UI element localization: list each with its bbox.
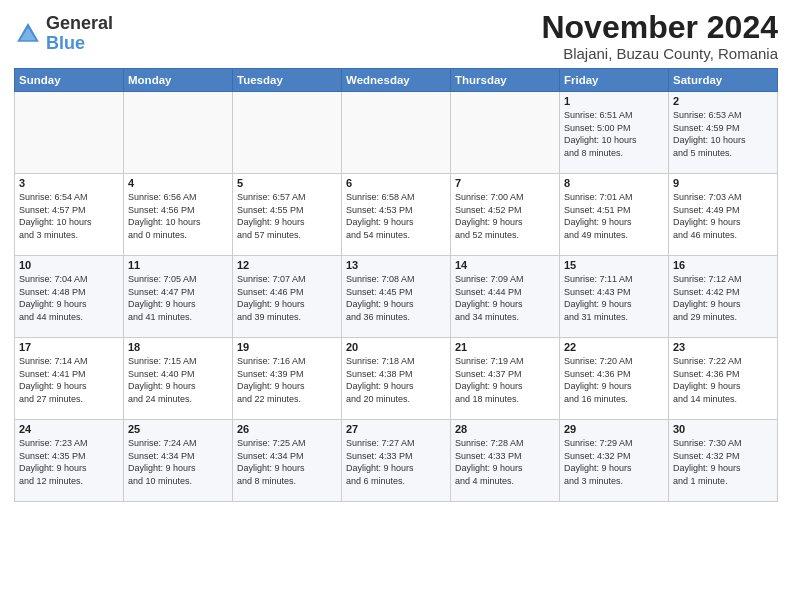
day-number: 28 xyxy=(455,423,555,435)
table-row: 10Sunrise: 7:04 AMSunset: 4:48 PMDayligh… xyxy=(15,256,124,338)
day-info: Sunrise: 6:51 AMSunset: 5:00 PMDaylight:… xyxy=(564,109,664,159)
day-info: Sunrise: 7:19 AMSunset: 4:37 PMDaylight:… xyxy=(455,355,555,405)
table-row: 6Sunrise: 6:58 AMSunset: 4:53 PMDaylight… xyxy=(342,174,451,256)
day-number: 2 xyxy=(673,95,773,107)
day-info: Sunrise: 7:22 AMSunset: 4:36 PMDaylight:… xyxy=(673,355,773,405)
day-number: 14 xyxy=(455,259,555,271)
day-number: 29 xyxy=(564,423,664,435)
table-row: 23Sunrise: 7:22 AMSunset: 4:36 PMDayligh… xyxy=(669,338,778,420)
day-number: 26 xyxy=(237,423,337,435)
table-row: 25Sunrise: 7:24 AMSunset: 4:34 PMDayligh… xyxy=(124,420,233,502)
day-info: Sunrise: 7:23 AMSunset: 4:35 PMDaylight:… xyxy=(19,437,119,487)
day-info: Sunrise: 7:18 AMSunset: 4:38 PMDaylight:… xyxy=(346,355,446,405)
calendar-header-row: Sunday Monday Tuesday Wednesday Thursday… xyxy=(15,69,778,92)
day-number: 11 xyxy=(128,259,228,271)
logo-text: General Blue xyxy=(46,14,113,54)
calendar-week-row: 17Sunrise: 7:14 AMSunset: 4:41 PMDayligh… xyxy=(15,338,778,420)
day-info: Sunrise: 7:00 AMSunset: 4:52 PMDaylight:… xyxy=(455,191,555,241)
day-info: Sunrise: 7:30 AMSunset: 4:32 PMDaylight:… xyxy=(673,437,773,487)
header-area: General Blue November 2024 Blajani, Buza… xyxy=(14,10,778,62)
day-info: Sunrise: 7:15 AMSunset: 4:40 PMDaylight:… xyxy=(128,355,228,405)
day-info: Sunrise: 6:56 AMSunset: 4:56 PMDaylight:… xyxy=(128,191,228,241)
table-row: 16Sunrise: 7:12 AMSunset: 4:42 PMDayligh… xyxy=(669,256,778,338)
calendar-week-row: 10Sunrise: 7:04 AMSunset: 4:48 PMDayligh… xyxy=(15,256,778,338)
day-info: Sunrise: 7:29 AMSunset: 4:32 PMDaylight:… xyxy=(564,437,664,487)
table-row: 2Sunrise: 6:53 AMSunset: 4:59 PMDaylight… xyxy=(669,92,778,174)
table-row: 21Sunrise: 7:19 AMSunset: 4:37 PMDayligh… xyxy=(451,338,560,420)
table-row xyxy=(451,92,560,174)
day-number: 10 xyxy=(19,259,119,271)
title-area: November 2024 Blajani, Buzau County, Rom… xyxy=(541,10,778,62)
day-number: 15 xyxy=(564,259,664,271)
day-info: Sunrise: 7:09 AMSunset: 4:44 PMDaylight:… xyxy=(455,273,555,323)
subtitle: Blajani, Buzau County, Romania xyxy=(541,45,778,62)
table-row: 30Sunrise: 7:30 AMSunset: 4:32 PMDayligh… xyxy=(669,420,778,502)
day-number: 23 xyxy=(673,341,773,353)
day-number: 24 xyxy=(19,423,119,435)
day-number: 20 xyxy=(346,341,446,353)
day-info: Sunrise: 6:57 AMSunset: 4:55 PMDaylight:… xyxy=(237,191,337,241)
main-title: November 2024 xyxy=(541,10,778,45)
day-info: Sunrise: 7:14 AMSunset: 4:41 PMDaylight:… xyxy=(19,355,119,405)
table-row: 20Sunrise: 7:18 AMSunset: 4:38 PMDayligh… xyxy=(342,338,451,420)
col-saturday: Saturday xyxy=(669,69,778,92)
day-info: Sunrise: 7:20 AMSunset: 4:36 PMDaylight:… xyxy=(564,355,664,405)
table-row: 24Sunrise: 7:23 AMSunset: 4:35 PMDayligh… xyxy=(15,420,124,502)
day-number: 6 xyxy=(346,177,446,189)
table-row: 14Sunrise: 7:09 AMSunset: 4:44 PMDayligh… xyxy=(451,256,560,338)
page: General Blue November 2024 Blajani, Buza… xyxy=(0,0,792,612)
col-thursday: Thursday xyxy=(451,69,560,92)
day-info: Sunrise: 7:27 AMSunset: 4:33 PMDaylight:… xyxy=(346,437,446,487)
table-row: 11Sunrise: 7:05 AMSunset: 4:47 PMDayligh… xyxy=(124,256,233,338)
day-info: Sunrise: 7:25 AMSunset: 4:34 PMDaylight:… xyxy=(237,437,337,487)
table-row: 15Sunrise: 7:11 AMSunset: 4:43 PMDayligh… xyxy=(560,256,669,338)
day-info: Sunrise: 7:07 AMSunset: 4:46 PMDaylight:… xyxy=(237,273,337,323)
day-number: 7 xyxy=(455,177,555,189)
day-info: Sunrise: 7:08 AMSunset: 4:45 PMDaylight:… xyxy=(346,273,446,323)
day-number: 25 xyxy=(128,423,228,435)
day-number: 30 xyxy=(673,423,773,435)
day-info: Sunrise: 7:03 AMSunset: 4:49 PMDaylight:… xyxy=(673,191,773,241)
day-number: 27 xyxy=(346,423,446,435)
col-tuesday: Tuesday xyxy=(233,69,342,92)
table-row: 19Sunrise: 7:16 AMSunset: 4:39 PMDayligh… xyxy=(233,338,342,420)
day-info: Sunrise: 6:54 AMSunset: 4:57 PMDaylight:… xyxy=(19,191,119,241)
col-wednesday: Wednesday xyxy=(342,69,451,92)
table-row: 18Sunrise: 7:15 AMSunset: 4:40 PMDayligh… xyxy=(124,338,233,420)
day-number: 19 xyxy=(237,341,337,353)
calendar-week-row: 24Sunrise: 7:23 AMSunset: 4:35 PMDayligh… xyxy=(15,420,778,502)
day-number: 12 xyxy=(237,259,337,271)
day-number: 3 xyxy=(19,177,119,189)
day-info: Sunrise: 7:04 AMSunset: 4:48 PMDaylight:… xyxy=(19,273,119,323)
logo-blue: Blue xyxy=(46,33,85,53)
day-info: Sunrise: 7:01 AMSunset: 4:51 PMDaylight:… xyxy=(564,191,664,241)
day-info: Sunrise: 7:11 AMSunset: 4:43 PMDaylight:… xyxy=(564,273,664,323)
table-row: 29Sunrise: 7:29 AMSunset: 4:32 PMDayligh… xyxy=(560,420,669,502)
logo-icon xyxy=(14,20,42,48)
table-row: 17Sunrise: 7:14 AMSunset: 4:41 PMDayligh… xyxy=(15,338,124,420)
day-number: 5 xyxy=(237,177,337,189)
col-sunday: Sunday xyxy=(15,69,124,92)
table-row: 27Sunrise: 7:27 AMSunset: 4:33 PMDayligh… xyxy=(342,420,451,502)
day-info: Sunrise: 7:12 AMSunset: 4:42 PMDaylight:… xyxy=(673,273,773,323)
day-number: 8 xyxy=(564,177,664,189)
day-number: 9 xyxy=(673,177,773,189)
calendar-week-row: 3Sunrise: 6:54 AMSunset: 4:57 PMDaylight… xyxy=(15,174,778,256)
col-friday: Friday xyxy=(560,69,669,92)
table-row xyxy=(342,92,451,174)
table-row: 1Sunrise: 6:51 AMSunset: 5:00 PMDaylight… xyxy=(560,92,669,174)
table-row: 22Sunrise: 7:20 AMSunset: 4:36 PMDayligh… xyxy=(560,338,669,420)
table-row: 4Sunrise: 6:56 AMSunset: 4:56 PMDaylight… xyxy=(124,174,233,256)
day-number: 13 xyxy=(346,259,446,271)
day-number: 21 xyxy=(455,341,555,353)
table-row: 9Sunrise: 7:03 AMSunset: 4:49 PMDaylight… xyxy=(669,174,778,256)
day-number: 17 xyxy=(19,341,119,353)
table-row: 12Sunrise: 7:07 AMSunset: 4:46 PMDayligh… xyxy=(233,256,342,338)
day-info: Sunrise: 7:24 AMSunset: 4:34 PMDaylight:… xyxy=(128,437,228,487)
table-row: 7Sunrise: 7:00 AMSunset: 4:52 PMDaylight… xyxy=(451,174,560,256)
day-info: Sunrise: 7:05 AMSunset: 4:47 PMDaylight:… xyxy=(128,273,228,323)
table-row: 8Sunrise: 7:01 AMSunset: 4:51 PMDaylight… xyxy=(560,174,669,256)
day-number: 16 xyxy=(673,259,773,271)
table-row: 26Sunrise: 7:25 AMSunset: 4:34 PMDayligh… xyxy=(233,420,342,502)
day-number: 18 xyxy=(128,341,228,353)
